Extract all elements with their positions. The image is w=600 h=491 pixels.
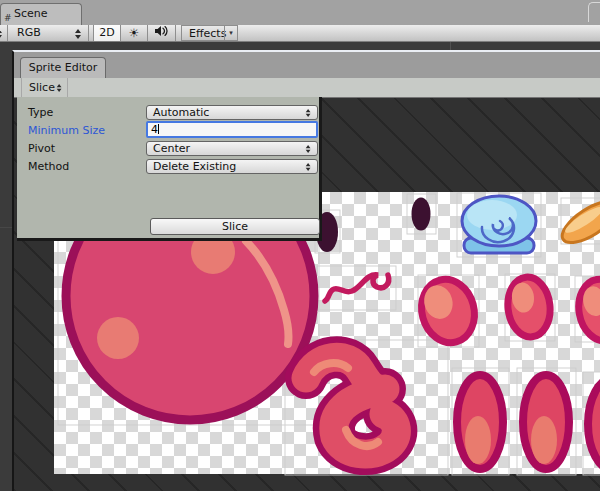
panel-divider <box>450 42 451 50</box>
sprite-editor-window: Sprite Editor Slice <box>12 50 600 491</box>
effects-dropdown-label: Effects <box>189 27 226 40</box>
sprite-pink-oval-1[interactable] <box>415 273 482 348</box>
sprite-tall-oval-3[interactable] <box>588 378 600 470</box>
dropdown-arrow-icon[interactable]: ▾ <box>224 26 237 40</box>
sprite-pink-squiggle[interactable] <box>325 275 389 301</box>
type-dropdown-value: Automatic <box>153 106 209 119</box>
pivot-label: Pivot <box>28 141 55 156</box>
sprite-tall-oval-2[interactable] <box>523 375 569 469</box>
sprite-snail-shell[interactable] <box>462 196 536 253</box>
adjacent-tab-corner <box>588 2 600 22</box>
panel-divider <box>0 227 12 228</box>
2d-mode-toggle[interactable]: 2D <box>93 25 121 41</box>
pivot-dropdown[interactable]: Center <box>146 141 318 156</box>
sprite-editor-toolbar: Slice <box>14 78 600 98</box>
sprite-editor-tab-bar: Sprite Editor <box>14 52 600 78</box>
method-dropdown-value: Delete Existing <box>153 160 236 173</box>
sprite-pink-oval-3[interactable] <box>574 275 600 344</box>
minimum-size-input[interactable]: 4 <box>146 121 318 138</box>
speaker-icon <box>154 25 169 37</box>
scene-lighting-toggle[interactable]: ☀ <box>121 25 148 41</box>
tab-scene[interactable]: # Scene <box>0 3 82 25</box>
scene-tab-bar: # Scene <box>0 0 600 25</box>
updown-arrows-icon <box>306 109 312 117</box>
scene-tab-label: Scene <box>14 7 48 20</box>
unity-editor: # Scene RGB 2D ☀ Effects ▾ <box>0 0 600 491</box>
scene-view-toolbar: RGB 2D ☀ Effects ▾ <box>0 25 600 42</box>
slice-button[interactable]: Slice <box>150 218 320 235</box>
rgb-dropdown[interactable]: RGB <box>9 25 89 41</box>
type-label: Type <box>28 105 53 120</box>
updown-arrows-icon <box>306 145 312 153</box>
sprite-pink-oval-2[interactable] <box>505 275 553 339</box>
rgb-dropdown-label: RGB <box>17 26 41 39</box>
effects-dropdown[interactable]: Effects ▾ <box>181 25 238 41</box>
sprite-orange-crescent[interactable] <box>556 194 600 251</box>
slice-menu-button[interactable]: Slice <box>21 78 68 97</box>
minimum-size-label: Minimum Size <box>28 123 105 138</box>
sun-icon: ☀ <box>129 26 140 40</box>
text-caret <box>158 124 159 134</box>
scene-audio-toggle[interactable] <box>148 25 176 41</box>
type-dropdown[interactable]: Automatic <box>146 105 318 120</box>
updown-arrows-icon <box>0 29 3 39</box>
updown-arrows-icon <box>57 84 63 92</box>
slice-menu-label: Slice <box>29 81 55 94</box>
minimum-size-value: 4 <box>151 123 158 136</box>
slice-panel: Type Automatic Minimum Size 4 Pivot Cent… <box>17 97 322 241</box>
updown-arrows-icon <box>75 29 82 39</box>
tab-sprite-editor[interactable]: Sprite Editor <box>20 57 106 78</box>
sprite-purple-pellet-small[interactable] <box>412 198 431 231</box>
sprite-pink-worm[interactable] <box>306 357 396 454</box>
updown-arrows-icon <box>306 163 312 171</box>
pivot-dropdown-value: Center <box>153 142 190 155</box>
sprite-tall-oval-1[interactable] <box>457 375 503 469</box>
method-dropdown[interactable]: Delete Existing <box>146 159 318 174</box>
draw-mode-dropdown-cutoff[interactable] <box>0 25 8 41</box>
method-label: Method <box>28 159 69 174</box>
